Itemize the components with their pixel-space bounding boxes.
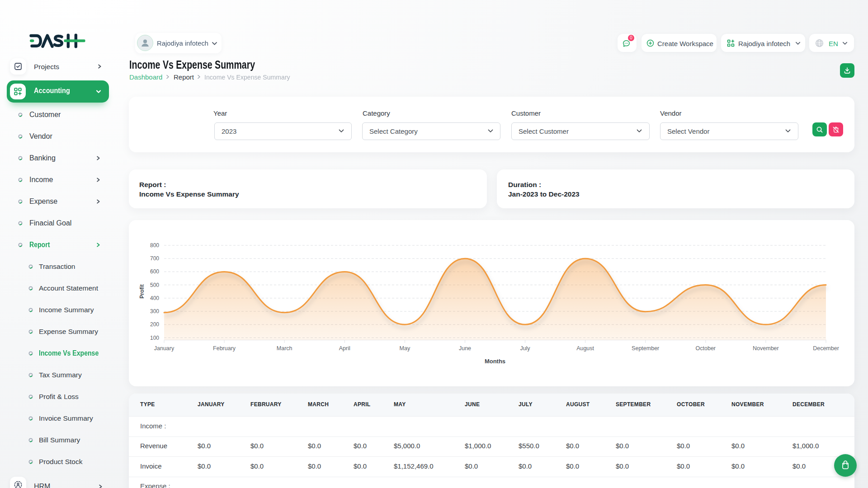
svg-text:100: 100 bbox=[150, 335, 159, 341]
svg-text:700: 700 bbox=[150, 255, 159, 262]
svg-text:200: 200 bbox=[150, 321, 159, 328]
svg-text:400: 400 bbox=[150, 295, 159, 301]
svg-text:800: 800 bbox=[150, 242, 159, 249]
svg-text:September: September bbox=[632, 345, 659, 352]
svg-text:July: July bbox=[520, 345, 530, 352]
svg-text:600: 600 bbox=[150, 268, 159, 275]
svg-text:October: October bbox=[696, 345, 716, 352]
svg-text:May: May bbox=[400, 345, 410, 352]
svg-text:June: June bbox=[459, 345, 471, 352]
svg-text:August: August bbox=[576, 345, 594, 352]
svg-text:500: 500 bbox=[150, 282, 159, 288]
svg-text:300: 300 bbox=[150, 308, 159, 314]
svg-text:November: November bbox=[753, 345, 779, 352]
svg-text:January: January bbox=[154, 345, 175, 352]
svg-text:December: December bbox=[813, 345, 839, 352]
svg-text:February: February bbox=[213, 345, 236, 352]
svg-text:April: April bbox=[339, 345, 350, 352]
svg-text:March: March bbox=[277, 345, 292, 352]
svg-text:Months: Months bbox=[485, 358, 505, 365]
svg-text:Profit: Profit bbox=[139, 284, 145, 298]
